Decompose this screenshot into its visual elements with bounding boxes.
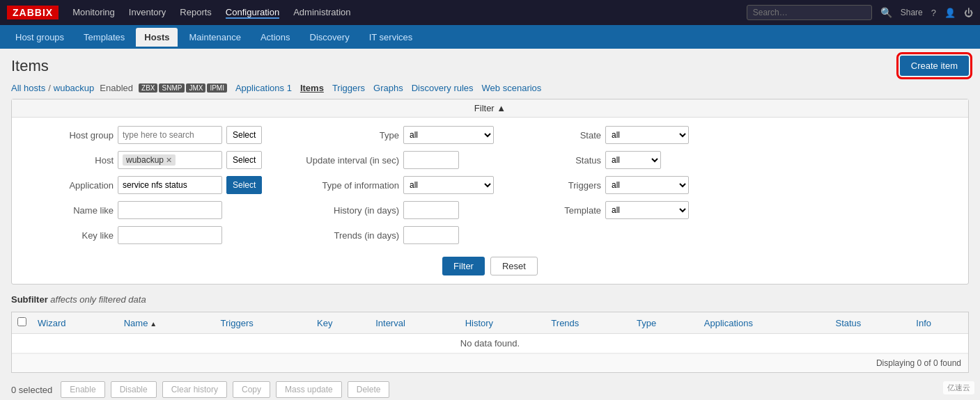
host-select-btn[interactable]: Select [226, 151, 262, 169]
clear-history-button[interactable]: Clear history [162, 381, 227, 398]
filter-row-application: Application Select [23, 176, 267, 194]
tab-triggers[interactable]: Triggers [332, 83, 365, 93]
subnav-maintenance[interactable]: Maintenance [180, 28, 249, 47]
key-like-label: Key like [23, 230, 114, 241]
search-icon[interactable]: 🔍 [880, 7, 892, 18]
host-group-select-btn[interactable]: Select [226, 126, 262, 144]
subnav-actions[interactable]: Actions [252, 28, 299, 47]
col-type[interactable]: Type [631, 312, 699, 334]
top-nav-links: Monitoring Inventory Reports Configurati… [72, 7, 747, 19]
subnav-discovery[interactable]: Discovery [302, 28, 358, 47]
host-group-label: Host group [23, 130, 114, 141]
filter-actions: Filter Reset [23, 257, 957, 275]
create-item-button[interactable]: Create item [900, 56, 969, 76]
col-info[interactable]: Info [910, 312, 968, 334]
host-group-input[interactable] [118, 126, 222, 144]
trends-input[interactable] [403, 226, 459, 244]
mass-update-button[interactable]: Mass update [276, 381, 342, 398]
select-all-checkbox[interactable] [17, 317, 26, 326]
subfilter-bar: Subfilter affects only filtered data [11, 291, 969, 307]
host-label: Host [23, 155, 114, 166]
tab-graphs[interactable]: Graphs [373, 83, 403, 93]
bottom-bar: 0 selected Enable Disable Clear history … [11, 376, 969, 400]
history-label: History (in days) [288, 205, 399, 216]
tab-web-scenarios[interactable]: Web scenarios [482, 83, 542, 93]
col-triggers[interactable]: Triggers [215, 312, 311, 334]
nav-configuration[interactable]: Configuration [226, 7, 279, 19]
badge-ipmi: IPMI [207, 83, 227, 93]
col-interval[interactable]: Interval [370, 312, 459, 334]
col-name[interactable]: Name [118, 312, 215, 334]
filter-row-host-group: Host group Select [23, 126, 267, 144]
type-select[interactable]: all [403, 126, 494, 144]
filter-col-1: Host group Select Host wubackup ✕ Select [23, 126, 267, 248]
type-label: Type [288, 130, 399, 141]
host-tag-input[interactable]: wubackup ✕ [118, 151, 222, 169]
nav-administration[interactable]: Administration [293, 7, 350, 19]
selected-count: 0 selected [11, 385, 52, 395]
breadcrumb-all-hosts[interactable]: All hosts [11, 83, 45, 93]
template-select[interactable]: all [605, 201, 689, 219]
filter-button[interactable]: Filter [442, 257, 485, 275]
page-header: Items Create item [11, 56, 969, 76]
nav-monitoring[interactable]: Monitoring [72, 7, 115, 19]
history-input[interactable] [403, 201, 459, 219]
status-label: Status [531, 155, 601, 166]
filter-body: Host group Select Host wubackup ✕ Select [12, 118, 968, 284]
application-select-btn[interactable]: Select [226, 176, 262, 194]
type-of-info-select[interactable]: all [403, 176, 494, 194]
name-like-label: Name like [23, 205, 114, 216]
col-trends[interactable]: Trends [545, 312, 631, 334]
col-applications[interactable]: Applications [699, 312, 830, 334]
user-icon[interactable]: 👤 [944, 8, 956, 18]
power-icon[interactable]: ⏻ [964, 8, 973, 18]
filter-toggle[interactable]: Filter ▲ [12, 99, 968, 118]
subfilter-affects-text: affects only filtered data [50, 294, 146, 305]
filter-row-state: State all [531, 126, 726, 144]
reset-button[interactable]: Reset [490, 257, 538, 275]
tab-applications[interactable]: Applications 1 [235, 83, 292, 93]
trends-label: Trends (in days) [288, 230, 399, 241]
disable-button[interactable]: Disable [111, 381, 157, 398]
subnav-hosts[interactable]: Hosts [136, 28, 178, 47]
tab-items[interactable]: Items [300, 83, 324, 93]
subnav-it-services[interactable]: IT services [361, 28, 421, 47]
filter-row-type-of-info: Type of information all [288, 176, 511, 194]
page-content: Items Create item All hosts / wubackup E… [0, 49, 980, 400]
top-nav-right: 🔍 Share ? 👤 ⏻ [747, 5, 973, 20]
top-navigation: ZABBIX Monitoring Inventory Reports Conf… [0, 0, 980, 25]
col-key[interactable]: Key [311, 312, 370, 334]
displaying-info: Displaying 0 of 0 found [12, 353, 968, 372]
breadcrumb-host[interactable]: wubackup [54, 83, 95, 93]
tab-discovery-rules[interactable]: Discovery rules [412, 83, 474, 93]
table-header-row: Wizard Name Triggers Key Interval Histor… [12, 312, 968, 334]
col-wizard[interactable]: Wizard [32, 312, 118, 334]
nav-inventory[interactable]: Inventory [129, 7, 166, 19]
status-select[interactable]: all [605, 151, 661, 169]
share-button[interactable]: Share [901, 8, 923, 17]
triggers-select[interactable]: all [605, 176, 689, 194]
table-wrapper: Wizard Name Triggers Key Interval Histor… [11, 312, 969, 373]
delete-button[interactable]: Delete [348, 381, 390, 398]
items-table: Wizard Name Triggers Key Interval Histor… [12, 312, 968, 353]
name-like-input[interactable] [118, 201, 222, 219]
key-like-input[interactable] [118, 226, 222, 244]
global-search-input[interactable] [747, 5, 872, 20]
badge-snmp: SNMP [159, 83, 185, 93]
state-select[interactable]: all [605, 126, 689, 144]
enable-button[interactable]: Enable [61, 381, 104, 398]
application-input[interactable] [118, 176, 222, 194]
nav-reports[interactable]: Reports [180, 7, 212, 19]
col-history[interactable]: History [460, 312, 546, 334]
copy-button[interactable]: Copy [233, 381, 270, 398]
help-icon[interactable]: ? [931, 8, 936, 18]
subnav-templates[interactable]: Templates [75, 28, 133, 47]
subnav-host-groups[interactable]: Host groups [7, 28, 72, 47]
table-body: No data found. [12, 334, 968, 353]
update-interval-input[interactable] [403, 151, 459, 169]
type-of-info-label: Type of information [288, 180, 399, 191]
host-tag-remove[interactable]: ✕ [166, 156, 172, 165]
filter-col-3: State all Status all Triggers [531, 126, 726, 248]
filter-row-template: Template all [531, 201, 726, 219]
col-status[interactable]: Status [830, 312, 911, 334]
